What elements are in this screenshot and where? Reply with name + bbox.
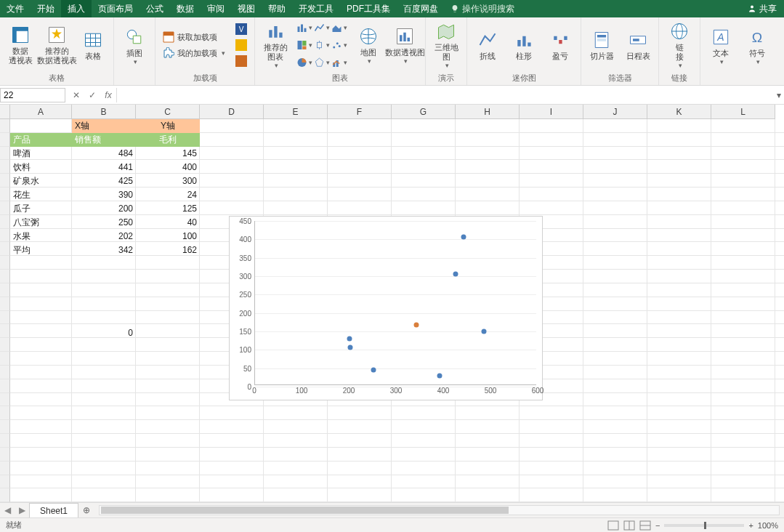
pivot-table-button[interactable]: 数据 透视表 [4, 23, 36, 67]
row-header[interactable] [0, 338, 10, 352]
pie-chart-button[interactable] [296, 55, 312, 70]
column-header[interactable]: I [520, 105, 583, 119]
people-addin-button[interactable] [233, 54, 250, 68]
fx-icon[interactable]: fx [100, 90, 116, 100]
column-header[interactable]: K [647, 105, 711, 119]
cell[interactable]: 0 [72, 326, 136, 340]
row-header[interactable] [0, 352, 10, 366]
visio-addin-button[interactable]: V [233, 22, 250, 36]
row-header[interactable] [0, 462, 10, 475]
column-header[interactable]: L [711, 105, 775, 119]
cell[interactable]: 441 [72, 161, 136, 174]
view-layout-icon[interactable] [623, 520, 635, 531]
row-header[interactable] [0, 242, 10, 256]
row-header[interactable] [0, 119, 10, 133]
row-header[interactable] [0, 283, 10, 297]
column-header[interactable]: E [264, 105, 328, 119]
cell[interactable]: 销售额 [72, 133, 136, 147]
row-header[interactable] [0, 147, 10, 161]
slicer-button[interactable]: 切片器 [586, 28, 618, 63]
cell[interactable]: 390 [72, 188, 136, 202]
cell[interactable]: 花生 [10, 188, 72, 202]
cells-area[interactable]: 050100150200250300350400450 010020030040… [10, 119, 784, 502]
fx-cancel-icon[interactable]: ✕ [68, 90, 84, 100]
tell-me-search[interactable]: 操作说明搜索 [450, 3, 514, 15]
column-header[interactable]: D [200, 105, 264, 119]
cell[interactable]: 40 [136, 216, 200, 230]
cell[interactable]: X轴 [72, 119, 136, 133]
cell[interactable]: 425 [72, 174, 136, 188]
pivot-chart-button[interactable]: 数据透视图 [389, 25, 421, 66]
timeline-button[interactable]: 日程表 [622, 28, 654, 63]
view-pagebreak-icon[interactable] [639, 520, 651, 531]
view-normal-icon[interactable] [607, 520, 619, 531]
column-header[interactable]: A [10, 105, 72, 119]
row-header[interactable] [0, 366, 10, 379]
cell[interactable]: 饮料 [10, 161, 72, 174]
row-header[interactable] [0, 434, 10, 448]
cell[interactable]: 瓜子 [10, 202, 72, 216]
chart-point[interactable] [371, 367, 376, 372]
chart-point[interactable] [347, 336, 352, 341]
cell[interactable]: 矿泉水 [10, 174, 72, 188]
column-header[interactable]: H [456, 105, 520, 119]
cell[interactable]: 八宝粥 [10, 216, 72, 230]
cell[interactable]: 啤酒 [10, 147, 72, 161]
chart-point[interactable] [453, 272, 458, 277]
row-header[interactable] [0, 475, 10, 489]
name-box[interactable] [0, 88, 65, 102]
bing-addin-button[interactable] [233, 38, 250, 52]
row-header[interactable] [0, 229, 10, 243]
column-header[interactable]: F [328, 105, 392, 119]
hierarchy-chart-button[interactable] [296, 37, 312, 53]
row-header[interactable] [0, 297, 10, 311]
area-chart-button[interactable] [331, 20, 347, 36]
chart-point[interactable] [348, 345, 353, 350]
sheet-tab[interactable]: Sheet1 [29, 503, 78, 517]
sparkline-line-button[interactable]: 折线 [472, 28, 504, 63]
fx-enter-icon[interactable]: ✓ [84, 90, 100, 100]
zoom-level[interactable]: 100% [758, 521, 778, 530]
scatter-chart[interactable]: 050100150200250300350400450 010020030040… [229, 216, 543, 400]
select-all-corner[interactable] [0, 105, 10, 119]
row-header[interactable] [0, 420, 10, 434]
table-button[interactable]: 表格 [77, 28, 109, 63]
chart-point[interactable] [481, 329, 486, 334]
cell[interactable]: 100 [136, 230, 200, 243]
cell[interactable]: 162 [136, 243, 200, 257]
cell[interactable]: 400 [136, 161, 200, 174]
row-header[interactable] [0, 188, 10, 201]
scatter-chart-button[interactable] [331, 37, 347, 53]
row-header[interactable] [0, 393, 10, 407]
cell[interactable]: 300 [136, 174, 200, 188]
row-header[interactable] [0, 406, 10, 420]
row-header[interactable] [0, 201, 10, 215]
cell[interactable]: 水果 [10, 230, 72, 243]
textbox-button[interactable]: A 文本 [705, 25, 737, 67]
tab-review[interactable]: 审阅 [201, 0, 231, 17]
get-addins-button[interactable]: 获取加载项 [160, 30, 228, 44]
share-button[interactable]: 共享 [748, 3, 777, 15]
chart-point[interactable] [414, 322, 419, 327]
zoom-out-button[interactable]: − [655, 521, 660, 530]
column-header[interactable]: G [392, 105, 456, 119]
line-chart-button[interactable] [314, 20, 330, 36]
tab-baidu[interactable]: 百度网盘 [397, 0, 445, 17]
sheet-nav-next[interactable]: ▶ [15, 505, 29, 515]
row-header[interactable] [0, 324, 10, 338]
radar-chart-button[interactable] [314, 55, 330, 70]
column-header[interactable]: B [72, 105, 136, 119]
cell[interactable]: 平均 [10, 243, 72, 257]
row-header[interactable] [0, 174, 10, 188]
3d-map-button[interactable]: 三维地 图 [430, 20, 462, 70]
cell[interactable]: Y轴 [136, 119, 200, 133]
chart-point[interactable] [437, 373, 442, 378]
tab-help[interactable]: 帮助 [262, 0, 292, 17]
recommended-pivot-button[interactable]: 推荐的 数据透视表 [41, 23, 73, 67]
symbol-button[interactable]: Ω 符号 [741, 25, 773, 67]
tab-home[interactable]: 开始 [31, 0, 61, 17]
row-header[interactable] [0, 448, 10, 462]
chart-point[interactable] [461, 235, 466, 240]
cell[interactable]: 484 [72, 147, 136, 161]
my-addins-button[interactable]: 我的加载项 [160, 46, 228, 60]
